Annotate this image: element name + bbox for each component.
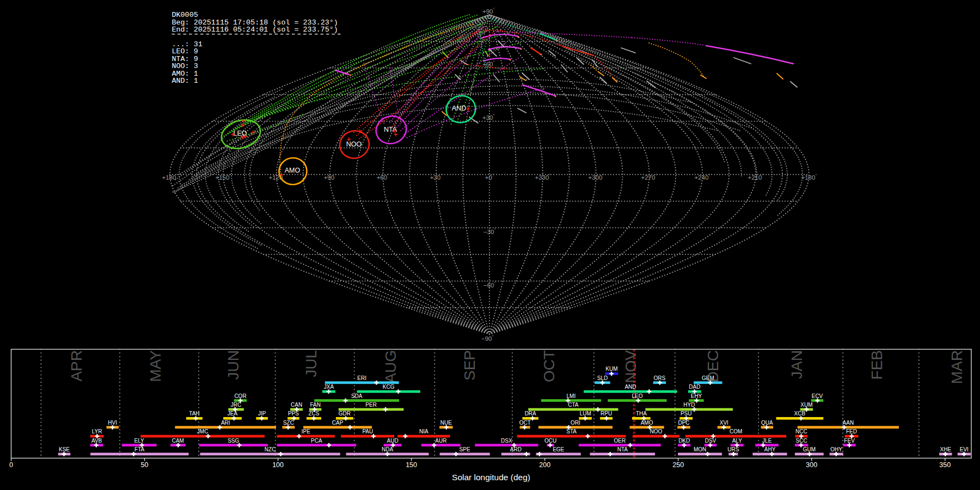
svg-text:OCT: OCT — [541, 350, 558, 382]
svg-text:JMC: JMC — [197, 428, 209, 434]
svg-text:+30°: +30° — [482, 113, 495, 121]
svg-text:ECV: ECV — [812, 393, 823, 399]
svg-text:ORI: ORI — [571, 420, 580, 426]
svg-text:SCC: SCC — [796, 438, 807, 444]
svg-text:AUR: AUR — [435, 438, 446, 444]
svg-text:FTA: FTA — [134, 446, 144, 452]
svg-text:AMO: AMO — [641, 420, 653, 426]
svg-text:NOO: NOO — [650, 428, 663, 434]
svg-text:EHY: EHY — [691, 393, 702, 399]
svg-text:TAH: TAH — [189, 411, 199, 416]
svg-text:JUL: JUL — [303, 350, 320, 377]
svg-text:DKD: DKD — [678, 438, 690, 444]
svg-text:+300°: +300° — [588, 173, 604, 181]
svg-text:100: 100 — [272, 461, 284, 469]
svg-text:ERI: ERI — [357, 375, 366, 381]
svg-text:NTA: NTA — [384, 126, 397, 133]
svg-text:+240°: +240° — [694, 173, 710, 181]
svg-text:End: 20251116 05:24:01 (sol =: End: 20251116 05:24:01 (sol = 233.75°) — [172, 26, 338, 34]
svg-text:MAR: MAR — [948, 350, 965, 384]
svg-text:+150°: +150° — [215, 173, 231, 181]
svg-text:NOO: NOO — [346, 140, 362, 148]
svg-text:AVB: AVB — [91, 438, 102, 444]
svg-text:ORS: ORS — [654, 375, 666, 381]
svg-text:+330°: +330° — [535, 173, 550, 181]
svg-text:NIA: NIA — [419, 428, 428, 434]
svg-text:+180°: +180° — [801, 173, 817, 181]
svg-text:AHY: AHY — [764, 446, 776, 452]
svg-text:KCG: KCG — [383, 384, 395, 390]
svg-text:NCC: NCC — [795, 428, 807, 434]
svg-text:NTA: NTA — [617, 446, 628, 452]
svg-text:LUM: LUM — [580, 411, 591, 416]
svg-text:FAN: FAN — [310, 402, 320, 408]
svg-text:DPC: DPC — [678, 420, 689, 426]
svg-text:EGE: EGE — [553, 446, 564, 452]
svg-text:−90°: −90° — [481, 334, 494, 342]
svg-text:OHY: OHY — [830, 446, 842, 452]
svg-text:DSX: DSX — [501, 438, 512, 444]
svg-text:+210°: +210° — [748, 173, 763, 181]
svg-text:−60°: −60° — [483, 281, 496, 289]
svg-text:JXA: JXA — [324, 384, 334, 390]
svg-text:IPE: IPE — [302, 428, 310, 434]
svg-text:JIP: JIP — [258, 411, 266, 416]
svg-text:FED: FED — [846, 428, 857, 434]
svg-text:FEB: FEB — [868, 350, 885, 379]
svg-text:NUE: NUE — [440, 420, 452, 426]
svg-text:ARI: ARI — [221, 420, 230, 426]
svg-text:+30°: +30° — [430, 173, 443, 181]
svg-text:AUG: AUG — [382, 350, 399, 383]
svg-text:350: 350 — [939, 461, 951, 469]
svg-text:URS: URS — [727, 446, 739, 452]
svg-text:+90°: +90° — [482, 7, 495, 15]
svg-text:STA: STA — [566, 428, 577, 434]
svg-text:250: 250 — [672, 461, 684, 469]
svg-text:LEO: LEO — [632, 393, 642, 399]
svg-text:AND: AND — [624, 384, 636, 390]
svg-text:AAN: AAN — [843, 420, 854, 426]
svg-text:HVI: HVI — [108, 420, 117, 426]
svg-text:HYD: HYD — [683, 402, 695, 408]
svg-text:Solar longitude (deg): Solar longitude (deg) — [452, 473, 530, 482]
svg-text:AMO: AMO — [285, 167, 301, 174]
svg-text:ARD: ARD — [510, 446, 522, 452]
svg-text:AND: 1: AND: 1 — [172, 77, 198, 85]
svg-text:CTA: CTA — [568, 402, 579, 408]
svg-text:RPU: RPU — [601, 411, 612, 416]
svg-text:QUA: QUA — [761, 420, 773, 426]
svg-text:AUD: AUD — [387, 438, 399, 444]
svg-text:PER: PER — [365, 402, 377, 408]
svg-text:NZC: NZC — [265, 446, 276, 452]
svg-text:CAN: CAN — [291, 402, 302, 408]
svg-text:AND: AND — [452, 105, 466, 112]
svg-text:OCU: OCU — [544, 438, 556, 444]
svg-text:OCT: OCT — [519, 420, 531, 426]
svg-text:NDA: NDA — [382, 446, 393, 452]
svg-text:LYR: LYR — [92, 428, 102, 434]
svg-text:SPE: SPE — [460, 446, 470, 452]
svg-text:+90°: +90° — [324, 173, 336, 181]
svg-text:JLE: JLE — [762, 438, 772, 444]
svg-text:300: 300 — [806, 461, 817, 469]
svg-text:OER: OER — [614, 438, 626, 444]
svg-text:GUM: GUM — [803, 446, 816, 452]
svg-text:0: 0 — [9, 461, 13, 469]
svg-text:ALY: ALY — [732, 438, 742, 444]
svg-text:GDR: GDR — [339, 411, 351, 416]
svg-text:SLD: SLD — [597, 375, 608, 381]
svg-text:NOV: NOV — [622, 350, 639, 383]
svg-text:MON: MON — [694, 446, 706, 452]
svg-text:XVI: XVI — [720, 420, 728, 426]
svg-text:GEM: GEM — [702, 375, 714, 381]
svg-text:ZCS: ZCS — [309, 411, 320, 416]
svg-text:THA: THA — [636, 411, 647, 416]
svg-text:JUN: JUN — [225, 350, 242, 379]
svg-text:EVI: EVI — [960, 446, 969, 452]
svg-text:PAU: PAU — [362, 428, 373, 434]
svg-text:XUM: XUM — [800, 402, 812, 408]
svg-text:+60°: +60° — [377, 173, 389, 181]
svg-text:JAN: JAN — [788, 350, 805, 379]
svg-text:COR: COR — [234, 393, 246, 399]
svg-text:COM: COM — [730, 428, 742, 434]
